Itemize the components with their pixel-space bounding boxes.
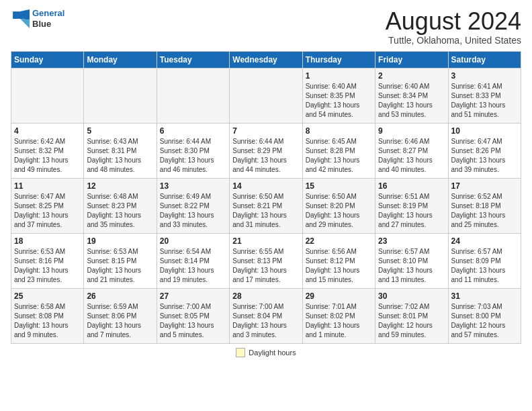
- calendar-cell: 6Sunrise: 6:44 AMSunset: 8:30 PMDaylight…: [157, 123, 229, 178]
- day-info: Sunrise: 6:42 AMSunset: 8:32 PMDaylight:…: [14, 137, 81, 175]
- day-number: 15: [306, 181, 372, 191]
- day-info: Sunrise: 6:47 AMSunset: 8:26 PMDaylight:…: [451, 137, 518, 175]
- calendar-cell: 23Sunrise: 6:57 AMSunset: 8:10 PMDayligh…: [375, 233, 448, 288]
- day-info: Sunrise: 7:00 AMSunset: 8:04 PMDaylight:…: [232, 302, 299, 340]
- calendar-cell: 15Sunrise: 6:50 AMSunset: 8:20 PMDayligh…: [302, 178, 375, 233]
- calendar-week-4: 18Sunrise: 6:53 AMSunset: 8:16 PMDayligh…: [11, 233, 521, 288]
- day-number: 21: [232, 236, 299, 246]
- day-number: 20: [160, 236, 226, 246]
- title-block: August 2024 Tuttle, Oklahoma, United Sta…: [386, 8, 521, 46]
- calendar-cell: 7Sunrise: 6:44 AMSunset: 8:29 PMDaylight…: [230, 123, 302, 178]
- calendar-cell: 12Sunrise: 6:48 AMSunset: 8:23 PMDayligh…: [84, 178, 157, 233]
- calendar-cell: 31Sunrise: 7:03 AMSunset: 8:00 PMDayligh…: [448, 288, 521, 343]
- calendar-header-row: SundayMondayTuesdayWednesdayThursdayFrid…: [11, 51, 521, 68]
- calendar-cell: 26Sunrise: 6:59 AMSunset: 8:06 PMDayligh…: [84, 288, 157, 343]
- day-number: 11: [14, 181, 81, 191]
- day-info: Sunrise: 6:57 AMSunset: 8:09 PMDaylight:…: [451, 247, 518, 285]
- day-number: 5: [87, 126, 153, 136]
- logo-icon: [11, 9, 30, 28]
- day-info: Sunrise: 6:51 AMSunset: 8:19 PMDaylight:…: [378, 192, 445, 230]
- calendar-cell: 21Sunrise: 6:55 AMSunset: 8:13 PMDayligh…: [230, 233, 302, 288]
- calendar-cell: 5Sunrise: 6:43 AMSunset: 8:31 PMDaylight…: [84, 123, 157, 178]
- calendar-cell: 18Sunrise: 6:53 AMSunset: 8:16 PMDayligh…: [11, 233, 84, 288]
- day-header-tuesday: Tuesday: [157, 51, 229, 68]
- calendar-week-1: 1Sunrise: 6:40 AMSunset: 8:35 PMDaylight…: [11, 68, 521, 123]
- day-info: Sunrise: 7:03 AMSunset: 8:00 PMDaylight:…: [451, 302, 518, 340]
- day-info: Sunrise: 6:44 AMSunset: 8:30 PMDaylight:…: [160, 137, 226, 175]
- calendar-cell: [84, 68, 157, 123]
- calendar-cell: 13Sunrise: 6:49 AMSunset: 8:22 PMDayligh…: [157, 178, 229, 233]
- day-info: Sunrise: 6:45 AMSunset: 8:28 PMDaylight:…: [306, 137, 372, 175]
- calendar-cell: 1Sunrise: 6:40 AMSunset: 8:35 PMDaylight…: [302, 68, 375, 123]
- day-header-saturday: Saturday: [448, 51, 521, 68]
- day-header-monday: Monday: [84, 51, 157, 68]
- day-number: 4: [14, 126, 81, 136]
- day-info: Sunrise: 6:53 AMSunset: 8:15 PMDaylight:…: [87, 247, 153, 285]
- day-header-friday: Friday: [375, 51, 448, 68]
- day-number: 7: [232, 126, 299, 136]
- calendar-cell: 2Sunrise: 6:40 AMSunset: 8:34 PMDaylight…: [375, 68, 448, 123]
- calendar-cell: 17Sunrise: 6:52 AMSunset: 8:18 PMDayligh…: [448, 178, 521, 233]
- day-info: Sunrise: 6:40 AMSunset: 8:35 PMDaylight:…: [306, 82, 372, 120]
- calendar-cell: 24Sunrise: 6:57 AMSunset: 8:09 PMDayligh…: [448, 233, 521, 288]
- calendar-cell: 19Sunrise: 6:53 AMSunset: 8:15 PMDayligh…: [84, 233, 157, 288]
- day-number: 23: [378, 236, 445, 246]
- day-info: Sunrise: 6:52 AMSunset: 8:18 PMDaylight:…: [451, 192, 518, 230]
- day-number: 12: [87, 181, 153, 191]
- calendar-cell: 14Sunrise: 6:50 AMSunset: 8:21 PMDayligh…: [230, 178, 302, 233]
- day-number: 3: [451, 71, 518, 81]
- calendar-cell: 20Sunrise: 6:54 AMSunset: 8:14 PMDayligh…: [157, 233, 229, 288]
- day-number: 16: [378, 181, 445, 191]
- day-number: 6: [160, 126, 226, 136]
- day-info: Sunrise: 6:50 AMSunset: 8:21 PMDaylight:…: [232, 192, 299, 230]
- day-number: 14: [232, 181, 299, 191]
- day-header-wednesday: Wednesday: [230, 51, 302, 68]
- legend-row: Daylight hours: [11, 348, 521, 357]
- page-header: General Blue August 2024 Tuttle, Oklahom…: [11, 8, 521, 46]
- day-info: Sunrise: 6:41 AMSunset: 8:33 PMDaylight:…: [451, 82, 518, 120]
- calendar-cell: 11Sunrise: 6:47 AMSunset: 8:25 PMDayligh…: [11, 178, 84, 233]
- daylight-legend-label: Daylight hours: [249, 349, 296, 357]
- day-number: 29: [306, 291, 372, 301]
- day-info: Sunrise: 6:40 AMSunset: 8:34 PMDaylight:…: [378, 82, 445, 120]
- day-info: Sunrise: 6:53 AMSunset: 8:16 PMDaylight:…: [14, 247, 81, 285]
- calendar-cell: 3Sunrise: 6:41 AMSunset: 8:33 PMDaylight…: [448, 68, 521, 123]
- day-number: 8: [306, 126, 372, 136]
- calendar-cell: 9Sunrise: 6:46 AMSunset: 8:27 PMDaylight…: [375, 123, 448, 178]
- daylight-legend-box: [236, 348, 245, 357]
- svg-marker-2: [20, 19, 30, 28]
- calendar-cell: 22Sunrise: 6:56 AMSunset: 8:12 PMDayligh…: [302, 233, 375, 288]
- day-number: 27: [160, 291, 226, 301]
- logo: General Blue: [11, 8, 64, 29]
- day-info: Sunrise: 6:54 AMSunset: 8:14 PMDaylight:…: [160, 247, 226, 285]
- day-header-sunday: Sunday: [11, 51, 84, 68]
- month-title: August 2024: [386, 8, 521, 35]
- day-number: 31: [451, 291, 518, 301]
- day-header-thursday: Thursday: [302, 51, 375, 68]
- day-info: Sunrise: 6:57 AMSunset: 8:10 PMDaylight:…: [378, 247, 445, 285]
- calendar-week-3: 11Sunrise: 6:47 AMSunset: 8:25 PMDayligh…: [11, 178, 521, 233]
- logo-text: General Blue: [32, 8, 64, 29]
- day-info: Sunrise: 7:00 AMSunset: 8:05 PMDaylight:…: [160, 302, 226, 340]
- day-number: 17: [451, 181, 518, 191]
- calendar-cell: [11, 68, 84, 123]
- calendar-cell: [230, 68, 302, 123]
- calendar-cell: 8Sunrise: 6:45 AMSunset: 8:28 PMDaylight…: [302, 123, 375, 178]
- day-number: 1: [306, 71, 372, 81]
- calendar-week-5: 25Sunrise: 6:58 AMSunset: 8:08 PMDayligh…: [11, 288, 521, 343]
- calendar-cell: 30Sunrise: 7:02 AMSunset: 8:01 PMDayligh…: [375, 288, 448, 343]
- day-number: 18: [14, 236, 81, 246]
- calendar-table: SundayMondayTuesdayWednesdayThursdayFrid…: [11, 51, 521, 344]
- day-number: 26: [87, 291, 153, 301]
- day-info: Sunrise: 6:49 AMSunset: 8:22 PMDaylight:…: [160, 192, 226, 230]
- daylight-legend: Daylight hours: [236, 348, 296, 357]
- day-number: 24: [451, 236, 518, 246]
- day-number: 28: [232, 291, 299, 301]
- day-info: Sunrise: 6:46 AMSunset: 8:27 PMDaylight:…: [378, 137, 445, 175]
- day-number: 10: [451, 126, 518, 136]
- day-number: 30: [378, 291, 445, 301]
- day-info: Sunrise: 6:50 AMSunset: 8:20 PMDaylight:…: [306, 192, 372, 230]
- calendar-cell: 10Sunrise: 6:47 AMSunset: 8:26 PMDayligh…: [448, 123, 521, 178]
- day-number: 9: [378, 126, 445, 136]
- location-title: Tuttle, Oklahoma, United States: [386, 35, 521, 46]
